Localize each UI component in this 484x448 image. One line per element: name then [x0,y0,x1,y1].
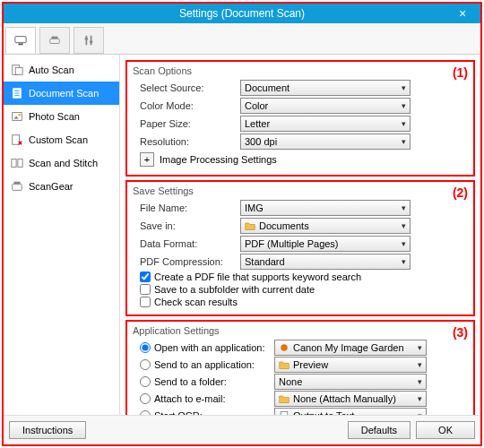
save-in-label: Save in: [133,220,240,231]
window: Settings (Document Scan) × Auto Scan [2,2,482,446]
defaults-button[interactable]: Defaults [348,421,411,439]
resolution-dropdown[interactable]: 300 dpi▾ [240,134,411,150]
pdf-compression-dropdown[interactable]: Standard▾ [240,254,411,270]
titlebar: Settings (Document Scan) × [4,4,480,23]
chevron-down-icon: ▾ [402,239,406,248]
application-settings-group: Application Settings (3) Open with an ap… [125,320,475,415]
sidebar-item-scan-stitch[interactable]: Scan and Stitch [4,151,119,175]
chevron-down-icon: ▾ [418,377,422,386]
scan-options-group: Scan Options (1) Select Source: Document… [125,60,475,177]
mode-scan-from-computer[interactable] [5,27,36,54]
attach-email-dropdown[interactable]: None (Attach Manually) ▾ [274,391,427,407]
chevron-down-icon: ▾ [402,203,406,212]
sidebar-item-label: Auto Scan [29,65,74,75]
sidebar-item-label: Document Scan [29,88,99,99]
folder-icon [279,393,290,404]
image-processing-label: Image Processing Settings [160,154,277,165]
open-with-app-radio[interactable] [140,342,151,353]
text-icon [279,410,290,415]
data-format-dropdown[interactable]: PDF (Multiple Pages)▾ [240,236,411,252]
start-ocr-dropdown[interactable]: Output to Text ▾ [274,408,427,415]
select-source-dropdown[interactable]: Document▾ [240,80,411,96]
resolution-label: Resolution: [133,136,240,147]
file-name-dropdown[interactable]: IMG▾ [240,200,411,216]
svg-rect-17 [13,135,20,145]
chevron-down-icon: ▾ [402,83,406,92]
open-with-app-dropdown[interactable]: Canon My Image Garden ▾ [274,340,427,356]
paper-size-dropdown[interactable]: Letter▾ [240,116,411,132]
sidebar-item-label: Custom Scan [29,134,88,145]
svg-rect-18 [12,159,16,168]
keyword-search-checkbox[interactable]: Create a PDF file that supports keyword … [133,271,468,282]
svg-rect-9 [15,67,22,74]
chevron-down-icon: ▾ [402,257,406,266]
svg-rect-2 [50,39,60,43]
svg-rect-19 [18,159,22,168]
sidebar: Auto Scan Document Scan Photo Scan Custo… [4,55,120,415]
svg-rect-21 [14,182,21,185]
folder-icon [279,359,290,370]
color-mode-label: Color Mode: [133,100,240,111]
sidebar-item-photo-scan[interactable]: Photo Scan [4,105,119,128]
svg-point-6 [85,38,89,41]
svg-point-7 [90,40,93,44]
chevron-down-icon: ▾ [402,221,406,230]
mode-toolbar [4,23,480,55]
save-settings-group: Save Settings (2) File Name: IMG▾ Save i… [125,180,475,316]
sidebar-item-label: Scan and Stitch [29,158,98,168]
attach-email-radio[interactable] [140,393,151,404]
close-icon[interactable]: × [445,4,480,23]
svg-marker-15 [14,116,19,119]
send-to-app-dropdown[interactable]: Preview ▾ [274,357,427,373]
chevron-down-icon: ▾ [402,137,406,146]
annotation-marker: (3) [453,325,468,340]
save-in-dropdown[interactable]: Documents ▾ [240,218,411,234]
subfolder-checkbox[interactable]: Save to a subfolder with current date [133,284,468,295]
group-title: Application Settings [133,325,468,336]
window-title: Settings (Document Scan) [179,7,305,20]
data-format-label: Data Format: [133,238,240,249]
sidebar-item-document-scan[interactable]: Document Scan [4,82,119,105]
svg-rect-0 [15,37,26,43]
select-source-label: Select Source: [133,82,240,93]
annotation-marker: (2) [453,185,468,200]
annotation-marker: (1) [453,65,468,80]
chevron-down-icon: ▾ [402,101,406,110]
svg-point-16 [18,114,21,116]
mode-scan-from-panel[interactable] [39,27,70,54]
app-icon [279,342,290,353]
send-to-folder-radio[interactable] [140,376,151,387]
chevron-down-icon: ▾ [418,411,422,415]
chevron-down-icon: ▾ [418,394,422,403]
check-results-checkbox[interactable]: Check scan results [133,297,468,307]
svg-rect-1 [18,44,22,46]
chevron-down-icon: ▾ [418,343,422,352]
svg-rect-20 [13,184,22,190]
pdf-compression-label: PDF Compression: [133,256,240,267]
ok-button[interactable]: OK [416,421,475,439]
send-to-app-radio[interactable] [140,359,151,370]
sidebar-item-scangear[interactable]: ScanGear [4,175,119,198]
chevron-down-icon: ▾ [418,360,422,369]
expand-image-processing-button[interactable]: + [140,152,154,167]
chevron-down-icon: ▾ [402,119,406,128]
settings-panels: Scan Options (1) Select Source: Document… [120,55,480,415]
sidebar-item-label: ScanGear [29,181,73,192]
send-to-folder-dropdown[interactable]: None▾ [274,374,427,390]
footer: Instructions Defaults OK [4,415,480,444]
start-ocr-radio[interactable] [140,410,151,415]
sidebar-item-custom-scan[interactable]: Custom Scan [4,128,119,151]
file-name-label: File Name: [133,202,240,213]
group-title: Save Settings [133,185,468,196]
svg-rect-3 [52,37,58,39]
mode-settings[interactable] [73,27,104,54]
svg-rect-14 [13,113,22,121]
paper-size-label: Paper Size: [133,118,240,129]
folder-icon [245,220,255,231]
instructions-button[interactable]: Instructions [9,421,86,439]
svg-rect-23 [281,412,288,416]
sidebar-item-auto-scan[interactable]: Auto Scan [4,58,119,82]
group-title: Scan Options [133,65,468,76]
color-mode-dropdown[interactable]: Color▾ [240,98,411,114]
sidebar-item-label: Photo Scan [29,111,80,122]
